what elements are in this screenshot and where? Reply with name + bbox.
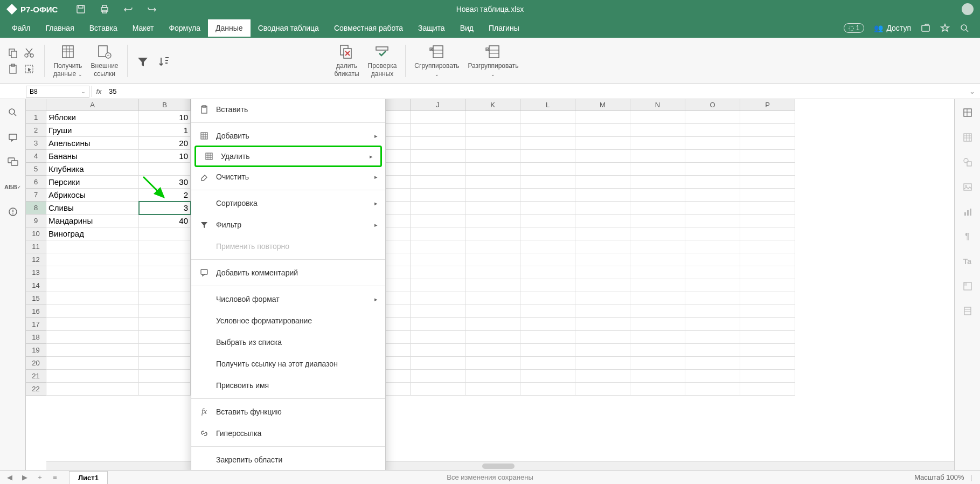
cell[interactable] (685, 370, 740, 383)
cell[interactable] (411, 189, 465, 202)
cell[interactable] (685, 266, 740, 279)
cell[interactable] (740, 344, 795, 357)
cell[interactable] (740, 215, 795, 227)
cell[interactable]: Груши (46, 124, 139, 137)
sheet-list-icon[interactable]: ≡ (50, 473, 60, 482)
ctx-comment[interactable]: Добавить комментарий (191, 262, 385, 284)
cell[interactable]: Клубника (46, 163, 139, 176)
cell[interactable] (740, 202, 795, 215)
cell[interactable] (46, 266, 139, 279)
cell[interactable] (685, 227, 740, 240)
cell[interactable] (685, 344, 740, 357)
next-sheet-icon[interactable]: ▶ (19, 473, 30, 482)
cell[interactable] (465, 137, 520, 150)
cell[interactable]: Яблоки (46, 111, 139, 124)
row-header[interactable]: 22 (26, 383, 46, 396)
cell[interactable] (740, 111, 795, 124)
col-header-A[interactable]: A (46, 99, 139, 110)
row-header[interactable]: 18 (26, 331, 46, 344)
cell[interactable] (465, 215, 520, 227)
cell[interactable] (685, 215, 740, 227)
cell[interactable] (411, 383, 465, 396)
group-button[interactable]: Сгруппировать⌄ (412, 42, 461, 80)
row-header[interactable]: 4 (26, 150, 46, 163)
cell[interactable] (411, 111, 465, 124)
cell[interactable] (630, 215, 685, 227)
cell[interactable] (575, 331, 630, 344)
ctx-filter[interactable]: Фильтр▸ (191, 214, 385, 236)
cell[interactable] (411, 215, 465, 227)
cell[interactable] (411, 305, 465, 318)
cell[interactable] (139, 383, 191, 396)
cell[interactable] (685, 253, 740, 266)
cell[interactable] (630, 189, 685, 202)
cell[interactable] (411, 150, 465, 163)
cell[interactable] (740, 253, 795, 266)
cell[interactable]: Виноград (46, 227, 139, 240)
cell[interactable] (740, 227, 795, 240)
cell[interactable] (685, 137, 740, 150)
cell[interactable] (411, 240, 465, 253)
ctx-add[interactable]: Добавить▸ (191, 125, 385, 147)
cell[interactable] (46, 331, 139, 344)
cell[interactable] (465, 189, 520, 202)
cell[interactable] (630, 137, 685, 150)
cell[interactable] (465, 383, 520, 396)
cell[interactable] (139, 240, 191, 253)
cell[interactable] (520, 124, 575, 137)
cell[interactable] (685, 163, 740, 176)
cell[interactable] (685, 292, 740, 305)
menu-formula[interactable]: Формула (161, 19, 208, 37)
col-header-L[interactable]: L (520, 99, 575, 110)
cell[interactable] (630, 331, 685, 344)
cell[interactable] (520, 383, 575, 396)
sheet-tab[interactable]: Лист1 (69, 471, 108, 484)
cell[interactable] (630, 292, 685, 305)
paragraph-settings-icon[interactable]: ¶ (962, 231, 974, 243)
cell[interactable] (411, 253, 465, 266)
cell[interactable] (465, 357, 520, 370)
cell[interactable] (630, 357, 685, 370)
cell[interactable] (685, 150, 740, 163)
ctx-cond-format[interactable]: Условное форматирование (191, 310, 385, 331)
cell[interactable] (685, 240, 740, 253)
row-header[interactable]: 16 (26, 305, 46, 318)
menu-insert[interactable]: Вставка (82, 19, 125, 37)
cell[interactable] (520, 344, 575, 357)
cell[interactable] (630, 266, 685, 279)
menu-plugins[interactable]: Плагины (481, 19, 527, 37)
version-badge[interactable]: ◌1 (844, 23, 865, 33)
cell[interactable] (520, 279, 575, 292)
cell[interactable] (630, 253, 685, 266)
remove-duplicates-button[interactable]: далитьбликаты (332, 42, 362, 80)
row-header[interactable]: 20 (26, 357, 46, 370)
cell[interactable]: 10 (139, 150, 191, 163)
row-header[interactable]: 1 (26, 111, 46, 124)
cell[interactable] (520, 292, 575, 305)
ctx-delete[interactable]: Удалить▸ (194, 146, 382, 167)
row-header[interactable]: 5 (26, 163, 46, 176)
menu-protect[interactable]: Защита (411, 19, 453, 37)
cell[interactable] (575, 227, 630, 240)
search-panel-icon[interactable] (7, 107, 19, 119)
chart-settings-icon[interactable] (962, 206, 974, 218)
cell[interactable] (575, 189, 630, 202)
print-icon[interactable] (99, 3, 110, 15)
cell[interactable]: 40 (139, 215, 191, 227)
cell[interactable] (139, 227, 191, 240)
col-header-K[interactable]: K (465, 99, 520, 110)
cell[interactable] (411, 124, 465, 137)
add-sheet-icon[interactable]: + (34, 473, 45, 482)
cell[interactable] (575, 137, 630, 150)
cell[interactable] (411, 163, 465, 176)
cell[interactable] (465, 124, 520, 137)
cell[interactable] (630, 163, 685, 176)
cell[interactable] (740, 383, 795, 396)
cell[interactable] (520, 318, 575, 331)
cell[interactable] (630, 111, 685, 124)
row-header[interactable]: 12 (26, 253, 46, 266)
cell[interactable] (575, 176, 630, 189)
cell[interactable] (139, 305, 191, 318)
cell[interactable] (740, 292, 795, 305)
cell[interactable]: 1 (139, 124, 191, 137)
